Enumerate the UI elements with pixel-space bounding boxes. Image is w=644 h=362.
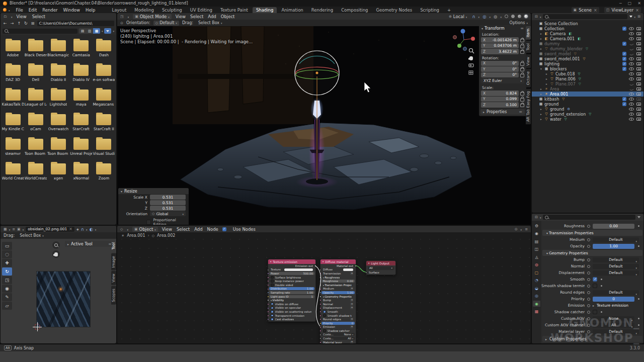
node-checkbox[interactable] bbox=[323, 329, 326, 332]
hide-eye-icon[interactable] bbox=[629, 103, 634, 106]
decorator-dot-icon[interactable] bbox=[638, 245, 639, 247]
properties-tab[interactable]: ◉ bbox=[533, 301, 540, 307]
menu-item[interactable]: File bbox=[16, 8, 23, 13]
property-row[interactable]: Smooth bbox=[541, 276, 643, 283]
property-row[interactable]: Shadow catcher bbox=[541, 309, 643, 315]
node-output-row[interactable]: Emission out bbox=[268, 264, 315, 268]
hide-eye-icon[interactable] bbox=[629, 32, 634, 35]
lock-icon[interactable] bbox=[520, 92, 524, 96]
property-dropdown[interactable]: None bbox=[593, 316, 634, 321]
image-menu-icon[interactable] bbox=[12, 227, 15, 231]
properties-tab[interactable]: ◬ bbox=[533, 254, 540, 260]
animate-dot-icon[interactable] bbox=[587, 272, 590, 275]
uv-snap-caret-icon[interactable] bbox=[86, 227, 88, 232]
scale-x-field[interactable]: X0.824 bbox=[481, 90, 519, 96]
image-browse-caret-icon[interactable] bbox=[23, 227, 24, 232]
outliner-type-caret-icon[interactable] bbox=[540, 14, 541, 19]
zoom-button[interactable] bbox=[52, 241, 60, 249]
animate-dot-icon[interactable] bbox=[587, 324, 590, 327]
expand-caret-icon[interactable]: ▸ bbox=[540, 108, 544, 111]
folder-item[interactable]: Camtasia bbox=[70, 38, 93, 60]
properties-filter-icon[interactable] bbox=[637, 216, 640, 218]
outliner-row[interactable]: ▣ Scene Collection bbox=[532, 21, 643, 26]
properties-tab[interactable]: ▤ bbox=[533, 238, 540, 244]
folder-item[interactable]: KakaoTalk D... bbox=[2, 87, 24, 110]
folder-item[interactable]: Dell bbox=[24, 62, 47, 85]
image-sidebar-tab[interactable]: Tool bbox=[111, 240, 116, 252]
input-socket[interactable] bbox=[267, 315, 269, 317]
surface-socket[interactable] bbox=[365, 272, 367, 274]
property-row[interactable]: Transmission Properties bbox=[542, 230, 642, 236]
folder-item[interactable]: Adobe bbox=[2, 38, 24, 60]
custom-properties-panel[interactable]: Custom Properties bbox=[542, 336, 642, 342]
folder-item[interactable]: Black Desert bbox=[24, 38, 47, 60]
animate-dot-icon[interactable] bbox=[587, 311, 590, 314]
nav-back-button[interactable] bbox=[3, 21, 8, 26]
surface-input-row[interactable]: Surface bbox=[366, 270, 395, 275]
folder-item[interactable]: Lightshot bbox=[47, 87, 69, 110]
close-button[interactable]: ✕ bbox=[637, 1, 641, 6]
decorator-dot-icon[interactable] bbox=[601, 311, 602, 313]
folder-item[interactable]: WorldCreator bbox=[24, 161, 47, 184]
node-checkbox[interactable] bbox=[271, 303, 274, 306]
2d-cursor[interactable] bbox=[34, 323, 41, 330]
animate-dot-icon[interactable] bbox=[587, 265, 590, 268]
lock-icon[interactable] bbox=[520, 39, 524, 42]
rotation-mode-selector[interactable]: XYZ Euler bbox=[481, 78, 524, 83]
node-row[interactable]: Cast shadows bbox=[268, 317, 315, 321]
node-checkbox[interactable] bbox=[323, 310, 326, 313]
input-socket[interactable] bbox=[267, 307, 269, 309]
workspace-tab[interactable]: Animation bbox=[278, 7, 306, 13]
property-row[interactable]: Custom AOV channel All All All bbox=[541, 322, 643, 328]
node-plus-button[interactable] bbox=[350, 303, 353, 306]
location-z-field[interactable]: Z3.4622 m bbox=[481, 49, 519, 54]
uv-sync-icon[interactable]: ◐ bbox=[89, 227, 93, 232]
drag-selector[interactable]: Select Box bbox=[196, 21, 224, 26]
input-socket[interactable] bbox=[319, 292, 321, 294]
panel-menu-icon[interactable] bbox=[520, 26, 524, 31]
hide-eye-icon[interactable] bbox=[629, 57, 634, 60]
maximize-button[interactable]: ▢ bbox=[628, 1, 632, 6]
workspace-tab[interactable]: Scripting bbox=[417, 7, 443, 13]
sidebar-tab[interactable]: AR Tab Easy Fog bbox=[526, 88, 531, 124]
node-row[interactable]: Displacement bbox=[320, 306, 356, 310]
workspace-tab[interactable]: Sculpting bbox=[158, 7, 186, 13]
folder-item[interactable]: Dash bbox=[93, 38, 115, 60]
input-socket[interactable] bbox=[319, 280, 321, 282]
viewport-menu[interactable]: View bbox=[176, 14, 186, 19]
pin-icon[interactable] bbox=[76, 227, 79, 231]
outliner-row[interactable]: ▦ sword_model.001 ▽ bbox=[532, 56, 643, 61]
file-search-input[interactable] bbox=[3, 29, 77, 34]
folder-item[interactable]: Zoom bbox=[93, 161, 115, 184]
render-visibility-icon[interactable] bbox=[636, 93, 641, 96]
node-row[interactable]: Material layer bbox=[320, 340, 356, 343]
workspace-tab[interactable]: Geometry Nodes bbox=[372, 7, 416, 13]
uv-snap-icon[interactable]: ∩ bbox=[81, 227, 84, 232]
folder-item[interactable]: maya bbox=[70, 87, 93, 110]
display-thumbnail-button[interactable]: ▦ bbox=[93, 28, 100, 34]
property-dropdown[interactable]: Default bbox=[593, 329, 639, 334]
properties-tab[interactable]: ◉ bbox=[533, 231, 540, 237]
lock-icon[interactable] bbox=[520, 68, 524, 71]
menu-item[interactable]: Render bbox=[42, 8, 57, 13]
property-row[interactable]: Material layer Default Default Default bbox=[541, 328, 643, 335]
image-editor-type-caret-icon[interactable] bbox=[9, 227, 11, 232]
workspace-tab[interactable]: UV Editing bbox=[187, 7, 216, 13]
folder-item[interactable]: DAZ 3D bbox=[2, 62, 24, 85]
image-unlink-icon[interactable] bbox=[69, 227, 72, 231]
node-output-row[interactable]: Material out bbox=[320, 264, 356, 268]
node-row[interactable]: Transmission bbox=[320, 272, 356, 276]
snap-magnet-icon[interactable]: ∩ bbox=[472, 14, 475, 19]
viewport-options[interactable]: Options bbox=[510, 21, 528, 25]
decorator-dot-icon[interactable] bbox=[638, 324, 639, 326]
expand-caret-icon[interactable]: ▸ bbox=[540, 87, 544, 90]
lock-icon[interactable] bbox=[520, 62, 524, 66]
decorator-dot-icon[interactable] bbox=[638, 298, 639, 300]
property-checkbox[interactable] bbox=[593, 277, 597, 282]
node-checkbox[interactable] bbox=[271, 314, 274, 317]
render-visibility-icon[interactable] bbox=[636, 82, 641, 86]
node-checkbox[interactable] bbox=[323, 314, 326, 317]
filter-options-caret-icon[interactable] bbox=[113, 29, 114, 33]
expand-caret-icon[interactable]: ▾ bbox=[540, 67, 544, 70]
workspace-tab[interactable]: Texture Paint bbox=[217, 7, 252, 13]
